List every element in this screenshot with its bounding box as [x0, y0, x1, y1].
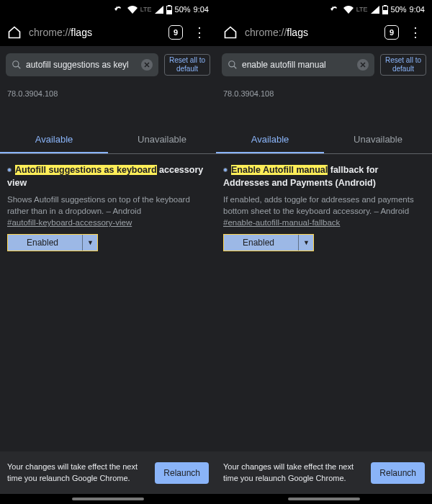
search-box[interactable]	[222, 53, 374, 76]
flag-title: Enable Autofill manual fallback for Addr…	[223, 164, 425, 189]
home-icon[interactable]	[7, 25, 22, 40]
battery-icon	[382, 5, 388, 14]
reset-all-button[interactable]: Reset all todefault	[380, 54, 426, 76]
relaunch-banner: Your changes will take effect the next t…	[216, 451, 432, 494]
search-input[interactable]	[26, 60, 137, 70]
status-bar: LTE 50% 9:04	[216, 0, 432, 19]
overflow-menu-icon[interactable]: ⋮	[406, 24, 425, 40]
tab-unavailable[interactable]: Unavailable	[108, 127, 216, 153]
wifi-icon	[127, 6, 138, 14]
flag-tabs: Available Unavailable	[0, 127, 216, 154]
call-wifi-icon	[330, 6, 341, 14]
relaunch-banner: Your changes will take effect the next t…	[0, 451, 216, 494]
flag-state-dropdown[interactable]: Enabled▼	[223, 234, 314, 251]
relaunch-message: Your changes will take effect the next t…	[223, 462, 364, 484]
modified-dot-icon	[223, 168, 228, 172]
svg-point-2	[229, 61, 235, 67]
tab-switcher[interactable]: 9	[384, 25, 399, 40]
flag-anchor-link[interactable]: #enable-autofill-manual-fallback	[223, 218, 425, 227]
chevron-down-icon: ▼	[87, 239, 94, 246]
gesture-bar	[216, 494, 432, 504]
clock: 9:04	[194, 5, 209, 14]
battery-percent: 50%	[175, 5, 191, 14]
svg-line-3	[234, 66, 237, 69]
gesture-bar	[0, 494, 216, 504]
flag-list: Enable Autofill manual fallback for Addr…	[216, 154, 432, 451]
search-box[interactable]	[6, 53, 158, 76]
tab-available[interactable]: Available	[216, 127, 324, 153]
flag-description: If enabled, adds toggle for addresses an…	[223, 194, 425, 217]
flag-list: Autofill suggestions as keyboard accesso…	[0, 154, 216, 451]
svg-point-0	[13, 61, 19, 67]
battery-percent: 50%	[391, 5, 407, 14]
search-input[interactable]	[242, 60, 353, 70]
flag-title: Autofill suggestions as keyboard accesso…	[7, 164, 209, 189]
relaunch-button[interactable]: Relaunch	[155, 462, 209, 484]
flag-anchor-link[interactable]: #autofill-keyboard-accessory-view	[7, 218, 209, 227]
browser-topbar: chrome://flags 9 ⋮	[0, 19, 216, 46]
url-bar[interactable]: chrome://flags	[29, 27, 161, 38]
overflow-menu-icon[interactable]: ⋮	[190, 24, 209, 40]
search-icon	[228, 60, 238, 70]
svg-line-1	[18, 66, 21, 69]
clear-search-icon[interactable]	[357, 59, 369, 71]
search-icon	[12, 60, 22, 70]
search-row: Reset all todefault	[216, 46, 432, 84]
home-icon[interactable]	[223, 25, 238, 40]
browser-topbar: chrome://flags 9 ⋮	[216, 19, 432, 46]
network-label: LTE	[140, 6, 152, 13]
version-label: 78.0.3904.108	[0, 84, 216, 127]
status-bar: LTE 50% 9:04	[0, 0, 216, 19]
tab-switcher[interactable]: 9	[168, 25, 183, 40]
signal-icon	[371, 6, 379, 14]
flag-tabs: Available Unavailable	[216, 127, 432, 154]
signal-icon	[155, 6, 163, 14]
reset-all-button[interactable]: Reset all todefault	[164, 54, 210, 76]
clock: 9:04	[410, 5, 425, 14]
search-row: Reset all todefault	[0, 46, 216, 84]
network-label: LTE	[356, 6, 368, 13]
battery-icon	[166, 5, 172, 14]
call-wifi-icon	[114, 6, 125, 14]
relaunch-button[interactable]: Relaunch	[371, 462, 425, 484]
flag-state-dropdown[interactable]: Enabled▼	[7, 234, 98, 251]
relaunch-message: Your changes will take effect the next t…	[7, 462, 148, 484]
version-label: 78.0.3904.108	[216, 84, 432, 127]
wifi-icon	[343, 6, 354, 14]
tab-available[interactable]: Available	[0, 127, 108, 153]
url-bar[interactable]: chrome://flags	[245, 27, 377, 38]
flag-description: Shows Autofill suggestions on top of the…	[7, 194, 209, 217]
tab-unavailable[interactable]: Unavailable	[324, 127, 432, 153]
modified-dot-icon	[7, 168, 12, 172]
chevron-down-icon: ▼	[303, 239, 310, 246]
clear-search-icon[interactable]	[141, 59, 153, 71]
